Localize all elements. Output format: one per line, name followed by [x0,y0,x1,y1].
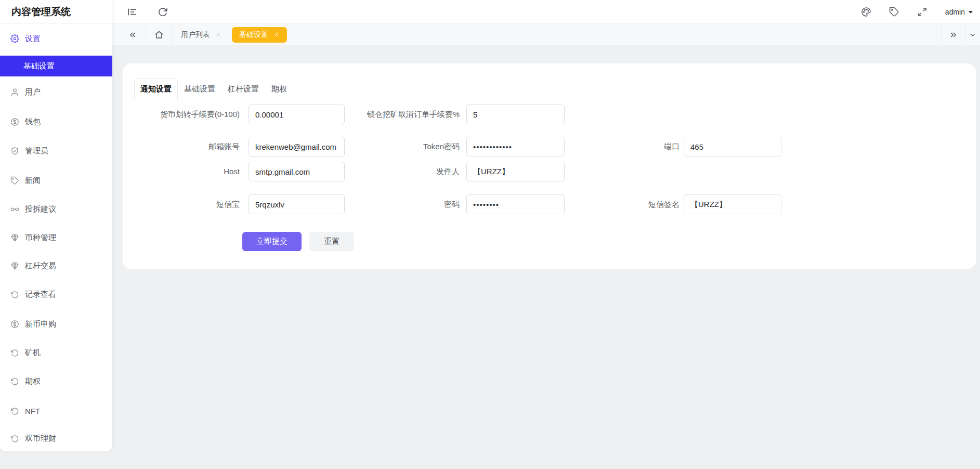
chevrons-left-icon [128,30,137,40]
sidebar-item-3[interactable]: 管理员 [0,140,112,161]
dollar-circle-icon [10,320,19,329]
page-tab-label: 基础设置 [239,30,268,40]
palette-icon[interactable] [861,7,871,17]
close-icon[interactable] [215,31,221,38]
sidebar-item-label: 用户 [25,87,41,97]
tabbar-right [942,24,980,45]
caret-down-icon [969,11,973,14]
sidebar-item-settings[interactable]: 设置 [0,28,112,49]
sidebar-item-label: 币种管理 [25,233,56,243]
history-icon [10,377,19,386]
page-tab-active[interactable]: 基础设置 [232,27,287,43]
top-header: admin [0,0,980,24]
sidebar-item-13[interactable]: 双币理财 [0,428,112,449]
sidebar-item-label: 设置 [25,34,41,44]
settings-tabs: 通知设置基础设置杠杆设置期权 [129,78,960,100]
collapse-tabs-button[interactable] [120,24,146,45]
fullscreen-icon[interactable] [917,7,927,17]
sidebar-item-label: 钱包 [25,117,41,127]
sidebar-item-label: 记录查看 [25,290,56,299]
history-icon [10,434,19,443]
header-right-cluster: admin [861,0,973,24]
tab-actions-button[interactable] [965,24,980,45]
sidebar-item-11[interactable]: 期权 [0,371,112,392]
home-button[interactable] [146,24,172,45]
sidebar-item-12[interactable]: NFT [0,400,112,421]
form-field-label: 锁仓挖矿取消订单手续费% [252,105,460,124]
sidebar-item-2[interactable]: 钱包 [0,111,112,132]
tag-icon [10,176,19,185]
sidebar-item-label: 新闻 [25,176,41,186]
settings-tab-2[interactable]: 杠杆设置 [221,78,265,100]
sidebar-item-label: 期权 [25,376,41,386]
gem-icon [10,262,19,270]
close-icon[interactable] [273,31,280,38]
form-field-label: 发件人 [252,162,460,181]
form-field-input[interactable] [466,105,565,124]
form-field-label: 密码 [252,194,460,214]
form-field-input[interactable] [684,137,781,157]
history-icon [10,290,19,299]
form-field-input[interactable] [684,194,781,214]
sidebar-item-label: 杠杆交易 [25,261,56,271]
form-field-label: 端口 [472,137,680,157]
user-icon [10,88,19,97]
page-tab-label: 用户列表 [181,30,210,40]
open-tabs: 用户列表基础设置 [173,24,287,45]
infinity-icon [10,205,19,214]
tabbar-left: 用户列表基础设置 [120,24,287,45]
sidebar-item-8[interactable]: 记录查看 [0,284,112,305]
sidebar-item-label: 管理员 [25,146,48,156]
settings-card: 通知设置基础设置杠杆设置期权 货币划转手续费(0-100)锁仓挖矿取消订单手续费… [123,63,976,269]
shield-check-icon [10,147,19,155]
page-tabbar: 用户列表基础设置 [112,24,980,45]
sidebar: 内容管理系统 设置基础设置用户钱包管理员新闻投拆建议币种管理杠杆交易记录查看新币… [0,0,112,451]
sidebar-item-label: 双币理财 [25,434,56,444]
menu-fold-icon[interactable] [127,7,137,17]
form-field-input[interactable] [466,162,565,181]
sidebar-item-label: 矿机 [25,348,41,358]
sidebar-item-label: 投拆建议 [25,204,56,214]
sidebar-item-9[interactable]: 新币申购 [0,314,112,334]
sidebar-item-5[interactable]: 投拆建议 [0,199,112,219]
admin-page: { "app": { "title": "内容管理系统" }, "header"… [0,0,980,469]
reset-button[interactable]: 重置 [309,232,354,251]
sidebar-item-label: NFT [25,407,40,415]
history-icon [10,407,19,415]
expand-tabs-button[interactable] [942,24,965,45]
form-field-label: 短信签名 [472,194,680,214]
settings-tab-1[interactable]: 基础设置 [178,78,221,100]
submit-button[interactable]: 立即提交 [242,232,302,251]
sidebar-subitem-basic-settings[interactable]: 基础设置 [0,56,112,76]
sidebar-item-label: 新币申购 [25,319,56,329]
settings-tab-3[interactable]: 期权 [265,78,293,100]
sidebar-item-6[interactable]: 币种管理 [0,227,112,248]
user-menu[interactable]: admin [945,8,973,16]
sidebar-item-7[interactable]: 杠杆交易 [0,255,112,276]
user-name: admin [945,8,965,16]
gem-icon [10,233,19,242]
app-title: 内容管理系统 [0,0,112,24]
sidebar-item-10[interactable]: 矿机 [0,342,112,363]
gear-icon [10,34,19,43]
form-field-label: Token密码 [252,137,460,157]
chevron-down-icon [969,31,977,39]
chevrons-right-icon [949,30,958,40]
sidebar-subitem-label: 基础设置 [23,61,55,71]
sidebar-item-4[interactable]: 新闻 [0,170,112,191]
page-tab[interactable]: 用户列表 [173,24,230,45]
dollar-circle-icon [10,118,19,126]
home-icon [154,30,164,40]
history-icon [10,348,19,357]
tag-icon[interactable] [889,7,899,17]
settings-tab-0[interactable]: 通知设置 [134,78,178,100]
sidebar-item-1[interactable]: 用户 [0,82,112,102]
refresh-icon[interactable] [158,7,168,17]
